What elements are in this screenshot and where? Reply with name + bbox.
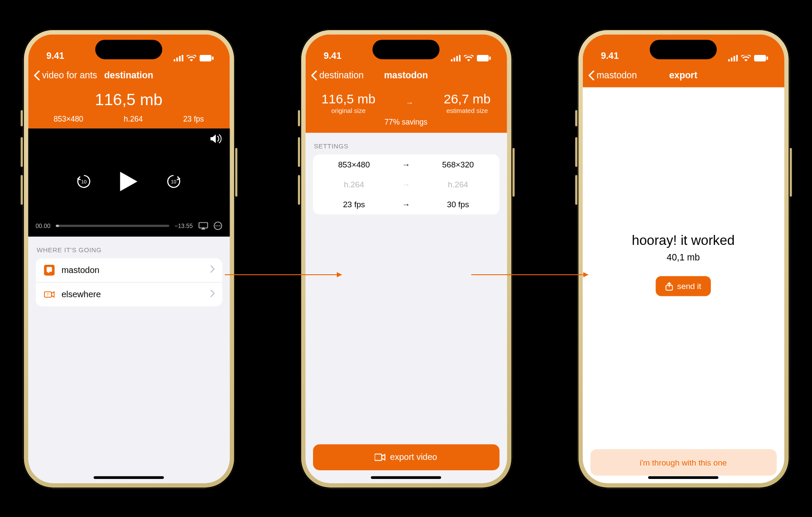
meta-resolution: 853×480 [54, 114, 83, 123]
settings-row-codec[interactable]: h.264 → h.264 [313, 174, 499, 194]
back-label: mastodon [597, 70, 637, 80]
arrow-right-icon: → [395, 199, 417, 209]
play-icon [119, 170, 138, 192]
svg-rect-22 [375, 454, 382, 460]
back-label: destination [319, 70, 364, 80]
play-button[interactable] [119, 170, 138, 194]
svg-rect-2 [179, 56, 180, 61]
result-panel: hooray! it worked 40,1 mb send it [582, 87, 784, 441]
meta-fps: 23 fps [183, 114, 204, 123]
battery-icon [199, 55, 214, 61]
send-it-button[interactable]: send it [655, 276, 711, 296]
svg-rect-27 [754, 55, 766, 61]
list-item-mastodon[interactable]: mastodon [35, 258, 222, 282]
dynamic-island [650, 39, 717, 59]
status-time: 9.41 [601, 50, 619, 61]
video-meta: 853×480 h.264 23 fps [28, 114, 230, 128]
settings-row-fps[interactable]: 23 fps → 30 fps [313, 194, 499, 214]
svg-rect-16 [451, 59, 452, 61]
chevron-left-icon [310, 71, 317, 80]
home-indicator[interactable] [371, 476, 441, 478]
battery-icon [754, 55, 768, 61]
airplay-icon[interactable] [198, 222, 208, 230]
savings-label: 77% savings [305, 115, 507, 132]
original-size-label: original size [321, 106, 375, 114]
svg-rect-28 [766, 56, 768, 60]
chevron-right-icon [210, 265, 214, 275]
rewind-10-button[interactable]: 10 [76, 173, 92, 192]
more-icon[interactable] [213, 221, 222, 230]
arrow-right-icon: → [406, 99, 414, 107]
cellular-icon [728, 55, 738, 61]
page-title: destination [104, 70, 153, 80]
video-player[interactable]: 10 10 00.00 −13.55 [28, 128, 230, 236]
setting-to: 30 fps [417, 199, 499, 209]
seek-current: 00.00 [35, 222, 50, 229]
svg-point-10 [215, 225, 217, 226]
wifi-icon [186, 55, 196, 61]
chevron-left-icon [588, 71, 595, 80]
settings-row-resolution[interactable]: 853×480 → 568×320 [313, 154, 499, 174]
svg-rect-19 [459, 55, 460, 61]
share-icon [665, 282, 673, 290]
svg-rect-3 [182, 55, 183, 61]
video-camera-icon [375, 453, 386, 461]
arrow-right-icon: → [395, 160, 417, 169]
svg-rect-0 [173, 59, 175, 61]
done-button[interactable]: i'm through with this one [590, 449, 777, 475]
svg-point-11 [217, 225, 218, 226]
result-size: 40,1 mb [667, 252, 700, 263]
status-time: 9.41 [46, 50, 64, 61]
nav-bar: destination mastodon [305, 63, 507, 87]
wifi-icon [464, 55, 473, 61]
volume-button[interactable] [210, 134, 222, 146]
list-item-label: mastodon [61, 265, 99, 275]
meta-codec: h.264 [124, 114, 143, 123]
send-it-label: send it [677, 282, 701, 291]
svg-rect-17 [453, 58, 455, 61]
seek-remaining: −13.55 [174, 222, 192, 229]
flow-arrow [471, 274, 588, 275]
forward-10-icon: 10 [166, 173, 182, 189]
dynamic-island [373, 39, 440, 59]
back-button[interactable]: mastodon [588, 70, 637, 80]
svg-text:10: 10 [81, 179, 87, 184]
destinations-list: mastodon ? elsewhere [35, 258, 222, 306]
svg-rect-20 [476, 55, 489, 61]
arrow-right-icon: → [395, 180, 417, 189]
cellular-icon [173, 55, 183, 61]
estimated-size: 26,7 mb [444, 91, 490, 106]
export-video-button[interactable]: export video [313, 444, 499, 470]
home-indicator[interactable] [648, 476, 719, 478]
page-title: mastodon [384, 70, 428, 80]
export-video-label: export video [390, 452, 437, 462]
home-indicator[interactable] [94, 476, 164, 478]
svg-text:10: 10 [171, 179, 176, 184]
setting-to: 568×320 [417, 160, 499, 169]
flow-arrow [225, 274, 342, 275]
nav-bar: video for ants destination [28, 63, 230, 87]
forward-10-button[interactable]: 10 [166, 173, 182, 192]
back-button[interactable]: video for ants [33, 70, 97, 80]
nav-bar: mastodon export [582, 63, 784, 87]
list-item-label: elsewhere [61, 289, 101, 299]
back-button[interactable]: destination [310, 70, 364, 80]
camera-icon: ? [43, 288, 55, 300]
original-size: 116,5 mb [321, 91, 375, 106]
page-title: export [669, 70, 697, 80]
file-size: 116,5 mb [28, 90, 230, 109]
settings-card[interactable]: 853×480 → 568×320 h.264 → h.264 23 fps →… [313, 154, 499, 214]
svg-rect-26 [736, 55, 738, 61]
seek-bar[interactable] [56, 225, 169, 227]
svg-rect-4 [199, 55, 211, 61]
setting-from: h.264 [313, 180, 395, 189]
phone-frame: 9.41 video for ants destination 116,5 mb [22, 29, 235, 488]
svg-text:?: ? [46, 292, 48, 297]
list-item-elsewhere[interactable]: ? elsewhere [35, 282, 222, 306]
setting-from: 853×480 [313, 160, 395, 169]
phone-frame: 9.41 destination mastodon [300, 29, 512, 488]
chevron-right-icon [210, 289, 214, 299]
svg-rect-21 [489, 56, 491, 60]
cellular-icon [451, 55, 460, 61]
chevron-left-icon [33, 71, 40, 80]
